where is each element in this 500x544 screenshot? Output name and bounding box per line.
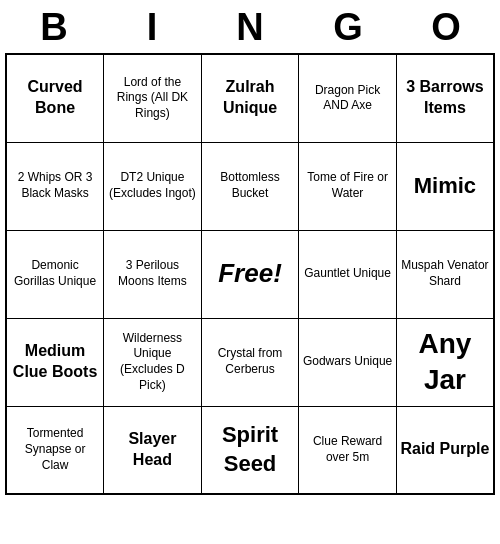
cell-r4-c2: Spirit Seed: [201, 406, 299, 494]
cell-r3-c3: Godwars Unique: [299, 318, 396, 406]
cell-r0-c3: Dragon Pick AND Axe: [299, 54, 396, 142]
cell-r1-c4: Mimic: [396, 142, 494, 230]
bingo-title: B I N G O: [5, 0, 495, 53]
cell-r4-c3: Clue Reward over 5m: [299, 406, 396, 494]
cell-r2-c0: Demonic Gorillas Unique: [6, 230, 104, 318]
cell-r0-c4: 3 Barrows Items: [396, 54, 494, 142]
cell-r1-c1: DT2 Unique (Excludes Ingot): [104, 142, 202, 230]
cell-r4-c4: Raid Purple: [396, 406, 494, 494]
cell-r3-c2: Crystal from Cerberus: [201, 318, 299, 406]
title-b: B: [10, 6, 98, 49]
title-n: N: [206, 6, 294, 49]
cell-r0-c1: Lord of the Rings (All DK Rings): [104, 54, 202, 142]
cell-r2-c3: Gauntlet Unique: [299, 230, 396, 318]
cell-r3-c0: Medium Clue Boots: [6, 318, 104, 406]
bingo-grid: Curved BoneLord of the Rings (All DK Rin…: [5, 53, 495, 495]
cell-r1-c0: 2 Whips OR 3 Black Masks: [6, 142, 104, 230]
cell-r2-c2: Free!: [201, 230, 299, 318]
cell-r1-c3: Tome of Fire or Water: [299, 142, 396, 230]
cell-r3-c4: Any Jar: [396, 318, 494, 406]
cell-r0-c2: Zulrah Unique: [201, 54, 299, 142]
cell-r4-c1: Slayer Head: [104, 406, 202, 494]
cell-r3-c1: Wilderness Unique (Excludes D Pick): [104, 318, 202, 406]
cell-r1-c2: Bottomless Bucket: [201, 142, 299, 230]
title-o: O: [402, 6, 490, 49]
title-g: G: [304, 6, 392, 49]
cell-r2-c4: Muspah Venator Shard: [396, 230, 494, 318]
cell-r0-c0: Curved Bone: [6, 54, 104, 142]
cell-r2-c1: 3 Perilous Moons Items: [104, 230, 202, 318]
cell-r4-c0: Tormented Synapse or Claw: [6, 406, 104, 494]
title-i: I: [108, 6, 196, 49]
